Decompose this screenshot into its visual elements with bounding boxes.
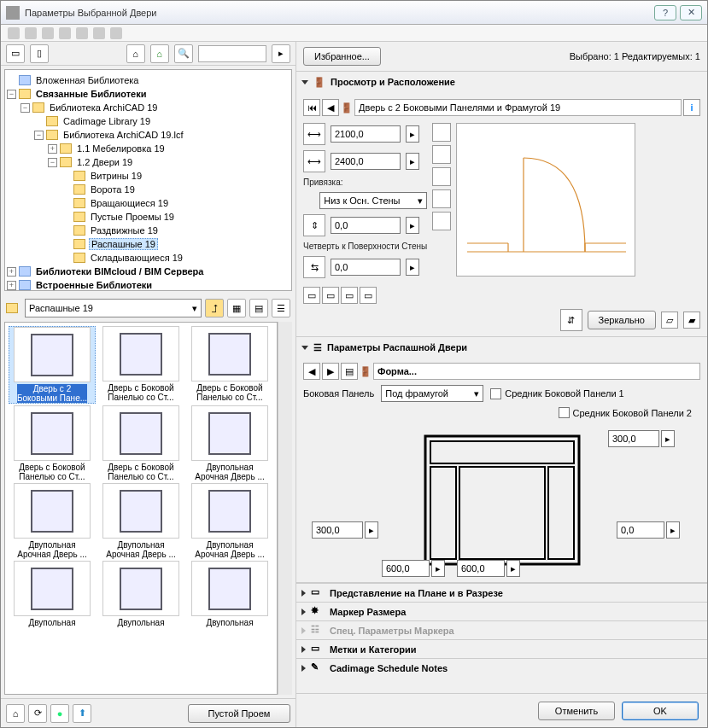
tree-item[interactable]: Витрины 19 <box>89 171 143 181</box>
view-large-button[interactable]: ▦ <box>227 299 246 317</box>
object-card[interactable]: ДвупольнаяАрочная Дверь ... <box>9 483 96 559</box>
orient-1-button[interactable]: ▱ <box>661 312 678 329</box>
section-marker-header[interactable]: ✸Маркер Размера <box>296 602 707 620</box>
scrollbar[interactable] <box>278 322 292 695</box>
width-input[interactable]: 2100,0 <box>331 125 401 143</box>
tree-item[interactable]: Библиотека ArchiCAD 19 <box>48 102 159 113</box>
tree-item[interactable]: Раздвижные 19 <box>89 225 160 236</box>
view-list-button[interactable]: ☰ <box>272 299 290 317</box>
favorites-button[interactable]: Избранное... <box>303 47 381 66</box>
lib-reload-button[interactable]: ⟳ <box>28 704 47 723</box>
collapse-icon[interactable]: − <box>7 90 16 99</box>
preview-mode-4[interactable] <box>432 189 451 208</box>
dim-top-stepper[interactable]: ▸ <box>661 430 675 447</box>
object-card[interactable]: ДвупольнаяАрочная Дверь ... <box>186 405 273 481</box>
anchor-input[interactable]: 0,0 <box>331 217 401 234</box>
object-card[interactable]: Дверь с БоковойПанелью со Ст... <box>97 405 184 481</box>
tree-item[interactable]: Складывающиеся 19 <box>89 253 184 263</box>
lib-web-button[interactable]: ● <box>50 704 69 723</box>
height-stepper[interactable]: ▸ <box>406 153 419 170</box>
object-card[interactable]: Дверь с БоковойПанелью со Ст... <box>97 326 184 404</box>
ok-button[interactable]: OK <box>622 702 699 720</box>
side-panel-combo[interactable]: Под фрамугой▾ <box>381 385 483 402</box>
tree-item[interactable]: Связанные Библиотеки <box>34 89 148 99</box>
tree-item[interactable]: 1.2 Двери 19 <box>75 157 134 167</box>
preview-mode-3[interactable] <box>432 167 451 186</box>
search-input[interactable] <box>198 45 267 62</box>
object-card[interactable]: Дверь с 2Боковыми Пане... <box>9 326 96 404</box>
mirror-button[interactable]: Зеркально <box>588 311 656 329</box>
mullion-2-checkbox[interactable]: Средник Боковой Панели 2 <box>559 407 692 418</box>
dim-br-input[interactable]: 600,0 <box>457 560 505 577</box>
object-card[interactable]: Дверь с БоковойПанелью со Ст... <box>186 326 273 404</box>
mullion-1-checkbox[interactable]: Средник Боковой Панели 1 <box>490 388 623 399</box>
section-cadimage-header[interactable]: ✎Cadimage Schedule Notes <box>296 658 707 677</box>
tree-item[interactable]: Вращающиеся 19 <box>89 198 170 208</box>
tree-item[interactable]: Библиотека ArchiCAD 19.lcf <box>61 130 185 140</box>
lib-manager-button[interactable]: ⌂ <box>6 704 25 723</box>
orient-2-button[interactable]: ▰ <box>683 312 700 329</box>
nav-first-button[interactable]: ⏮ <box>303 99 320 116</box>
dim-bl-stepper[interactable]: ▸ <box>431 560 445 577</box>
section-params-header[interactable]: ☰ Параметры Распашной Двери <box>296 337 707 358</box>
dim-right-input[interactable]: 0,0 <box>617 521 664 539</box>
dim-bl-input[interactable]: 600,0 <box>382 560 430 577</box>
param-page-name[interactable]: Форма... <box>373 363 700 380</box>
tree-item[interactable]: Библиотеки BIMcloud / BIM Сервера <box>34 266 205 277</box>
object-browser[interactable]: Дверь с 2Боковыми Пане...Дверь с Боковой… <box>4 322 278 695</box>
object-card[interactable]: Дверь с БоковойПанелью со Ст... <box>9 405 96 481</box>
reveal-input[interactable]: 0,0 <box>331 259 401 276</box>
plan-pos-4[interactable]: ▭ <box>360 287 377 304</box>
plan-pos-1[interactable]: ▭ <box>303 287 320 304</box>
tree-item[interactable]: Ворота 19 <box>89 184 137 195</box>
view-mode-button[interactable]: ▭ <box>6 44 25 63</box>
library-tree[interactable]: Вложенная Библиотека −Связанные Библиоте… <box>4 69 292 291</box>
preview-mode-5[interactable] <box>432 212 451 230</box>
object-card[interactable]: Двупольная <box>9 561 96 637</box>
object-card[interactable]: Двупольная <box>186 561 273 637</box>
filter-2-button[interactable]: ⌂ <box>150 44 169 63</box>
search-icon[interactable]: 🔍 <box>174 44 193 63</box>
width-stepper[interactable]: ▸ <box>406 125 419 143</box>
section-plan-header[interactable]: ▭Представление на Плане и в Разрезе <box>296 583 707 602</box>
anchor-stepper[interactable]: ▸ <box>406 217 419 234</box>
search-go-button[interactable]: ▸ <box>272 44 290 63</box>
section-tags-header[interactable]: ▭Метки и Категории <box>296 639 707 658</box>
view-split-button[interactable]: ▯ <box>30 44 49 63</box>
empty-opening-button[interactable]: Пустой Проем <box>188 704 290 723</box>
dim-top-input[interactable]: 300,0 <box>608 430 659 447</box>
object-card[interactable]: Двупольная <box>97 561 184 637</box>
tree-item[interactable]: 1.1 Мебелировка 19 <box>75 143 167 154</box>
tree-item[interactable]: Встроенные Библиотеки <box>34 280 154 290</box>
plan-pos-2[interactable]: ▭ <box>322 287 339 304</box>
object-card[interactable]: ДвупольнаяАрочная Дверь ... <box>186 483 273 559</box>
dim-br-stepper[interactable]: ▸ <box>506 560 520 577</box>
tree-item[interactable]: Пустые Проемы 19 <box>89 212 176 222</box>
folder-combo[interactable]: Распашные 19▾ <box>25 299 202 317</box>
lib-upload-button[interactable]: ⬆ <box>73 704 91 723</box>
section-preview-header[interactable]: 🚪 Просмотр и Расположение <box>296 72 707 92</box>
flip-icon[interactable]: ⇵ <box>560 309 582 331</box>
tree-item[interactable]: Cadimage Library 19 <box>61 116 152 126</box>
view-small-button[interactable]: ▤ <box>249 299 268 317</box>
close-button[interactable]: ✕ <box>680 5 702 20</box>
plan-pos-3[interactable]: ▭ <box>341 287 358 304</box>
tree-item-selected[interactable]: Распашные 19 <box>89 238 158 250</box>
tree-item[interactable]: Вложенная Библиотека <box>34 75 140 85</box>
info-button[interactable]: i <box>683 99 700 116</box>
param-prev-button[interactable]: ◀ <box>303 363 320 380</box>
object-name-field[interactable]: Дверь с 2 Боковыми Панелями и Фрамугой 1… <box>354 99 682 116</box>
cancel-button[interactable]: Отменить <box>538 702 615 720</box>
dim-left-input[interactable]: 300,0 <box>312 521 363 539</box>
filter-1-button[interactable]: ⌂ <box>126 44 145 63</box>
help-button[interactable]: ? <box>654 5 676 20</box>
anchor-combo[interactable]: Низ к Осн. Стены▾ <box>319 192 427 209</box>
object-card[interactable]: ДвупольнаяАрочная Дверь ... <box>97 483 184 559</box>
param-next-button[interactable]: ▶ <box>322 363 339 380</box>
preview-mode-2[interactable] <box>432 145 451 164</box>
preview-mode-1[interactable] <box>432 123 451 142</box>
nav-prev-button[interactable]: ◀ <box>322 99 339 116</box>
dim-left-stepper[interactable]: ▸ <box>365 521 378 539</box>
reveal-stepper[interactable]: ▸ <box>406 259 419 276</box>
height-input[interactable]: 2400,0 <box>331 153 401 170</box>
